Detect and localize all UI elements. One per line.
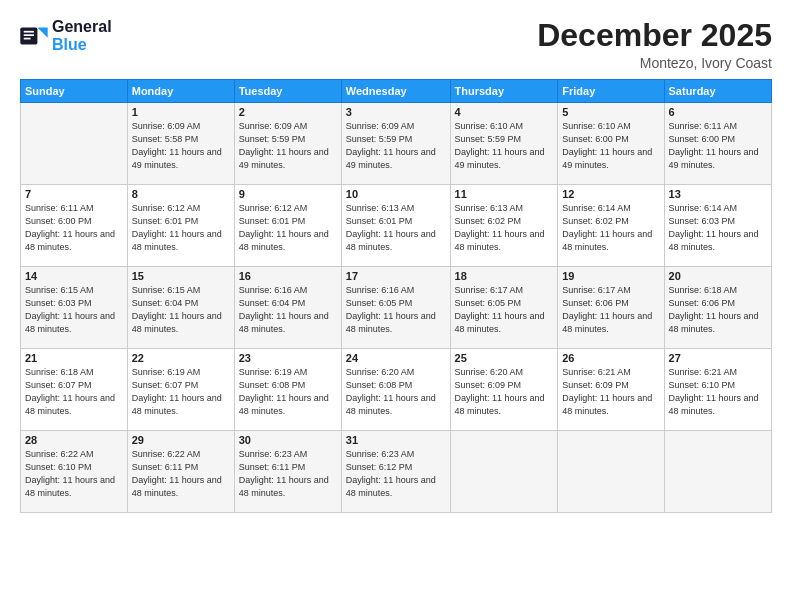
table-row: 19Sunrise: 6:17 AM Sunset: 6:06 PM Dayli… [558, 267, 664, 349]
day-number: 15 [132, 270, 230, 282]
day-info: Sunrise: 6:23 AM Sunset: 6:12 PM Dayligh… [346, 448, 446, 500]
table-row: 6Sunrise: 6:11 AM Sunset: 6:00 PM Daylig… [664, 103, 771, 185]
day-number: 5 [562, 106, 659, 118]
table-row: 16Sunrise: 6:16 AM Sunset: 6:04 PM Dayli… [234, 267, 341, 349]
table-row: 18Sunrise: 6:17 AM Sunset: 6:05 PM Dayli… [450, 267, 558, 349]
day-info: Sunrise: 6:20 AM Sunset: 6:08 PM Dayligh… [346, 366, 446, 418]
day-number: 22 [132, 352, 230, 364]
page-title: December 2025 [537, 18, 772, 53]
table-row: 4Sunrise: 6:10 AM Sunset: 5:59 PM Daylig… [450, 103, 558, 185]
table-row: 15Sunrise: 6:15 AM Sunset: 6:04 PM Dayli… [127, 267, 234, 349]
day-number: 12 [562, 188, 659, 200]
calendar-week-row: 1Sunrise: 6:09 AM Sunset: 5:58 PM Daylig… [21, 103, 772, 185]
table-row: 21Sunrise: 6:18 AM Sunset: 6:07 PM Dayli… [21, 349, 128, 431]
day-number: 13 [669, 188, 767, 200]
day-number: 31 [346, 434, 446, 446]
table-row: 24Sunrise: 6:20 AM Sunset: 6:08 PM Dayli… [341, 349, 450, 431]
day-info: Sunrise: 6:15 AM Sunset: 6:04 PM Dayligh… [132, 284, 230, 336]
day-number: 26 [562, 352, 659, 364]
day-info: Sunrise: 6:09 AM Sunset: 5:59 PM Dayligh… [239, 120, 337, 172]
day-number: 10 [346, 188, 446, 200]
col-thursday: Thursday [450, 80, 558, 103]
day-number: 20 [669, 270, 767, 282]
table-row: 3Sunrise: 6:09 AM Sunset: 5:59 PM Daylig… [341, 103, 450, 185]
day-number: 23 [239, 352, 337, 364]
day-number: 27 [669, 352, 767, 364]
day-info: Sunrise: 6:21 AM Sunset: 6:10 PM Dayligh… [669, 366, 767, 418]
day-info: Sunrise: 6:19 AM Sunset: 6:08 PM Dayligh… [239, 366, 337, 418]
calendar-week-row: 14Sunrise: 6:15 AM Sunset: 6:03 PM Dayli… [21, 267, 772, 349]
day-number: 30 [239, 434, 337, 446]
table-row: 2Sunrise: 6:09 AM Sunset: 5:59 PM Daylig… [234, 103, 341, 185]
page: General Blue December 2025 Montezo, Ivor… [0, 0, 792, 612]
calendar-week-row: 28Sunrise: 6:22 AM Sunset: 6:10 PM Dayli… [21, 431, 772, 513]
table-row: 7Sunrise: 6:11 AM Sunset: 6:00 PM Daylig… [21, 185, 128, 267]
title-block: December 2025 Montezo, Ivory Coast [537, 18, 772, 71]
calendar-week-row: 21Sunrise: 6:18 AM Sunset: 6:07 PM Dayli… [21, 349, 772, 431]
table-row: 23Sunrise: 6:19 AM Sunset: 6:08 PM Dayli… [234, 349, 341, 431]
day-info: Sunrise: 6:14 AM Sunset: 6:03 PM Dayligh… [669, 202, 767, 254]
day-number: 14 [25, 270, 123, 282]
table-row [21, 103, 128, 185]
col-monday: Monday [127, 80, 234, 103]
day-info: Sunrise: 6:09 AM Sunset: 5:58 PM Dayligh… [132, 120, 230, 172]
logo-icon [20, 24, 48, 48]
col-friday: Friday [558, 80, 664, 103]
day-info: Sunrise: 6:12 AM Sunset: 6:01 PM Dayligh… [132, 202, 230, 254]
col-saturday: Saturday [664, 80, 771, 103]
day-number: 2 [239, 106, 337, 118]
table-row: 13Sunrise: 6:14 AM Sunset: 6:03 PM Dayli… [664, 185, 771, 267]
day-number: 7 [25, 188, 123, 200]
day-number: 16 [239, 270, 337, 282]
table-row: 17Sunrise: 6:16 AM Sunset: 6:05 PM Dayli… [341, 267, 450, 349]
logo-text: General Blue [52, 18, 112, 53]
day-number: 6 [669, 106, 767, 118]
svg-rect-3 [24, 34, 34, 36]
col-wednesday: Wednesday [341, 80, 450, 103]
table-row: 22Sunrise: 6:19 AM Sunset: 6:07 PM Dayli… [127, 349, 234, 431]
day-info: Sunrise: 6:22 AM Sunset: 6:10 PM Dayligh… [25, 448, 123, 500]
table-row: 9Sunrise: 6:12 AM Sunset: 6:01 PM Daylig… [234, 185, 341, 267]
table-row: 1Sunrise: 6:09 AM Sunset: 5:58 PM Daylig… [127, 103, 234, 185]
day-info: Sunrise: 6:18 AM Sunset: 6:07 PM Dayligh… [25, 366, 123, 418]
day-info: Sunrise: 6:11 AM Sunset: 6:00 PM Dayligh… [25, 202, 123, 254]
calendar-week-row: 7Sunrise: 6:11 AM Sunset: 6:00 PM Daylig… [21, 185, 772, 267]
day-info: Sunrise: 6:22 AM Sunset: 6:11 PM Dayligh… [132, 448, 230, 500]
svg-rect-2 [24, 30, 34, 32]
calendar-table: Sunday Monday Tuesday Wednesday Thursday… [20, 79, 772, 513]
day-number: 25 [455, 352, 554, 364]
day-info: Sunrise: 6:13 AM Sunset: 6:01 PM Dayligh… [346, 202, 446, 254]
day-info: Sunrise: 6:11 AM Sunset: 6:00 PM Dayligh… [669, 120, 767, 172]
table-row: 10Sunrise: 6:13 AM Sunset: 6:01 PM Dayli… [341, 185, 450, 267]
table-row: 20Sunrise: 6:18 AM Sunset: 6:06 PM Dayli… [664, 267, 771, 349]
day-number: 8 [132, 188, 230, 200]
day-number: 24 [346, 352, 446, 364]
day-info: Sunrise: 6:16 AM Sunset: 6:04 PM Dayligh… [239, 284, 337, 336]
day-number: 28 [25, 434, 123, 446]
table-row: 31Sunrise: 6:23 AM Sunset: 6:12 PM Dayli… [341, 431, 450, 513]
day-info: Sunrise: 6:16 AM Sunset: 6:05 PM Dayligh… [346, 284, 446, 336]
day-number: 9 [239, 188, 337, 200]
day-info: Sunrise: 6:20 AM Sunset: 6:09 PM Dayligh… [455, 366, 554, 418]
day-info: Sunrise: 6:18 AM Sunset: 6:06 PM Dayligh… [669, 284, 767, 336]
table-row: 25Sunrise: 6:20 AM Sunset: 6:09 PM Dayli… [450, 349, 558, 431]
day-info: Sunrise: 6:23 AM Sunset: 6:11 PM Dayligh… [239, 448, 337, 500]
day-number: 19 [562, 270, 659, 282]
day-number: 17 [346, 270, 446, 282]
day-info: Sunrise: 6:10 AM Sunset: 6:00 PM Dayligh… [562, 120, 659, 172]
day-number: 29 [132, 434, 230, 446]
day-info: Sunrise: 6:19 AM Sunset: 6:07 PM Dayligh… [132, 366, 230, 418]
day-info: Sunrise: 6:17 AM Sunset: 6:06 PM Dayligh… [562, 284, 659, 336]
col-tuesday: Tuesday [234, 80, 341, 103]
logo: General Blue [20, 18, 112, 53]
page-subtitle: Montezo, Ivory Coast [537, 55, 772, 71]
day-info: Sunrise: 6:12 AM Sunset: 6:01 PM Dayligh… [239, 202, 337, 254]
day-number: 18 [455, 270, 554, 282]
table-row: 8Sunrise: 6:12 AM Sunset: 6:01 PM Daylig… [127, 185, 234, 267]
day-number: 3 [346, 106, 446, 118]
day-info: Sunrise: 6:21 AM Sunset: 6:09 PM Dayligh… [562, 366, 659, 418]
day-info: Sunrise: 6:10 AM Sunset: 5:59 PM Dayligh… [455, 120, 554, 172]
day-number: 21 [25, 352, 123, 364]
svg-marker-1 [37, 27, 47, 37]
svg-rect-4 [24, 37, 31, 39]
